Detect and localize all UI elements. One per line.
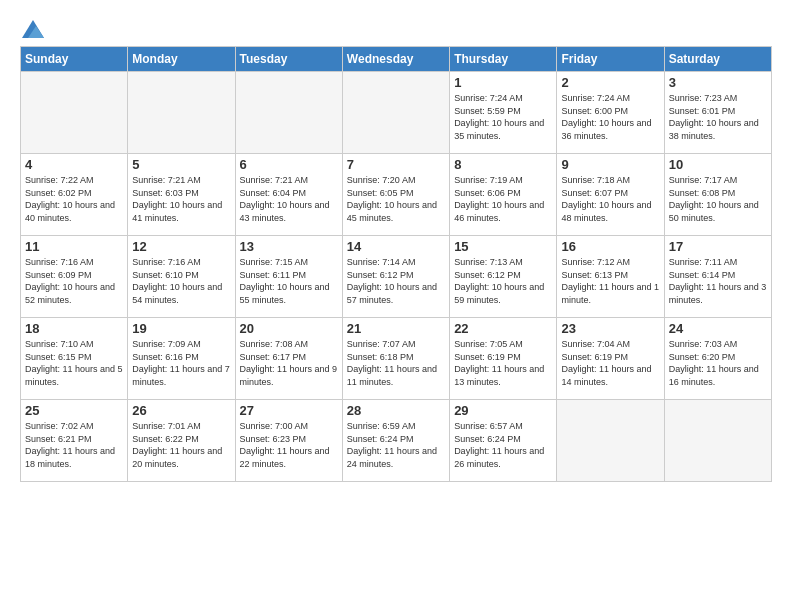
day-number: 17 bbox=[669, 239, 767, 254]
day-number: 27 bbox=[240, 403, 338, 418]
day-info: Sunrise: 7:13 AMSunset: 6:12 PMDaylight:… bbox=[454, 256, 552, 306]
day-info: Sunrise: 7:03 AMSunset: 6:20 PMDaylight:… bbox=[669, 338, 767, 388]
calendar-cell: 24Sunrise: 7:03 AMSunset: 6:20 PMDayligh… bbox=[664, 318, 771, 400]
day-number: 13 bbox=[240, 239, 338, 254]
calendar-cell: 12Sunrise: 7:16 AMSunset: 6:10 PMDayligh… bbox=[128, 236, 235, 318]
day-number: 9 bbox=[561, 157, 659, 172]
day-number: 15 bbox=[454, 239, 552, 254]
day-number: 14 bbox=[347, 239, 445, 254]
day-info: Sunrise: 7:23 AMSunset: 6:01 PMDaylight:… bbox=[669, 92, 767, 142]
day-info: Sunrise: 7:14 AMSunset: 6:12 PMDaylight:… bbox=[347, 256, 445, 306]
day-info: Sunrise: 7:16 AMSunset: 6:10 PMDaylight:… bbox=[132, 256, 230, 306]
day-number: 1 bbox=[454, 75, 552, 90]
day-number: 11 bbox=[25, 239, 123, 254]
calendar-cell bbox=[557, 400, 664, 482]
calendar-cell: 1Sunrise: 7:24 AMSunset: 5:59 PMDaylight… bbox=[450, 72, 557, 154]
calendar-cell: 8Sunrise: 7:19 AMSunset: 6:06 PMDaylight… bbox=[450, 154, 557, 236]
calendar-cell bbox=[21, 72, 128, 154]
calendar-cell: 14Sunrise: 7:14 AMSunset: 6:12 PMDayligh… bbox=[342, 236, 449, 318]
weekday-header-thursday: Thursday bbox=[450, 47, 557, 72]
calendar-cell: 28Sunrise: 6:59 AMSunset: 6:24 PMDayligh… bbox=[342, 400, 449, 482]
week-row-5: 25Sunrise: 7:02 AMSunset: 6:21 PMDayligh… bbox=[21, 400, 772, 482]
day-info: Sunrise: 7:04 AMSunset: 6:19 PMDaylight:… bbox=[561, 338, 659, 388]
day-info: Sunrise: 7:17 AMSunset: 6:08 PMDaylight:… bbox=[669, 174, 767, 224]
day-number: 20 bbox=[240, 321, 338, 336]
day-number: 2 bbox=[561, 75, 659, 90]
calendar-cell: 19Sunrise: 7:09 AMSunset: 6:16 PMDayligh… bbox=[128, 318, 235, 400]
day-number: 23 bbox=[561, 321, 659, 336]
day-info: Sunrise: 7:10 AMSunset: 6:15 PMDaylight:… bbox=[25, 338, 123, 388]
week-row-2: 4Sunrise: 7:22 AMSunset: 6:02 PMDaylight… bbox=[21, 154, 772, 236]
logo-icon bbox=[22, 20, 44, 38]
calendar-cell: 3Sunrise: 7:23 AMSunset: 6:01 PMDaylight… bbox=[664, 72, 771, 154]
day-number: 5 bbox=[132, 157, 230, 172]
day-number: 25 bbox=[25, 403, 123, 418]
calendar-cell: 20Sunrise: 7:08 AMSunset: 6:17 PMDayligh… bbox=[235, 318, 342, 400]
calendar-cell: 2Sunrise: 7:24 AMSunset: 6:00 PMDaylight… bbox=[557, 72, 664, 154]
calendar-cell: 27Sunrise: 7:00 AMSunset: 6:23 PMDayligh… bbox=[235, 400, 342, 482]
calendar-cell: 7Sunrise: 7:20 AMSunset: 6:05 PMDaylight… bbox=[342, 154, 449, 236]
calendar-cell bbox=[342, 72, 449, 154]
day-number: 4 bbox=[25, 157, 123, 172]
calendar-cell: 21Sunrise: 7:07 AMSunset: 6:18 PMDayligh… bbox=[342, 318, 449, 400]
day-number: 24 bbox=[669, 321, 767, 336]
day-info: Sunrise: 7:15 AMSunset: 6:11 PMDaylight:… bbox=[240, 256, 338, 306]
calendar-cell bbox=[664, 400, 771, 482]
weekday-header-monday: Monday bbox=[128, 47, 235, 72]
day-number: 29 bbox=[454, 403, 552, 418]
day-info: Sunrise: 7:21 AMSunset: 6:04 PMDaylight:… bbox=[240, 174, 338, 224]
header bbox=[20, 16, 772, 38]
day-info: Sunrise: 7:01 AMSunset: 6:22 PMDaylight:… bbox=[132, 420, 230, 470]
day-info: Sunrise: 7:21 AMSunset: 6:03 PMDaylight:… bbox=[132, 174, 230, 224]
day-number: 16 bbox=[561, 239, 659, 254]
day-number: 6 bbox=[240, 157, 338, 172]
calendar-cell: 4Sunrise: 7:22 AMSunset: 6:02 PMDaylight… bbox=[21, 154, 128, 236]
day-info: Sunrise: 7:11 AMSunset: 6:14 PMDaylight:… bbox=[669, 256, 767, 306]
day-info: Sunrise: 6:57 AMSunset: 6:24 PMDaylight:… bbox=[454, 420, 552, 470]
calendar-cell bbox=[128, 72, 235, 154]
day-info: Sunrise: 7:16 AMSunset: 6:09 PMDaylight:… bbox=[25, 256, 123, 306]
week-row-3: 11Sunrise: 7:16 AMSunset: 6:09 PMDayligh… bbox=[21, 236, 772, 318]
day-info: Sunrise: 7:09 AMSunset: 6:16 PMDaylight:… bbox=[132, 338, 230, 388]
day-info: Sunrise: 6:59 AMSunset: 6:24 PMDaylight:… bbox=[347, 420, 445, 470]
calendar-cell: 13Sunrise: 7:15 AMSunset: 6:11 PMDayligh… bbox=[235, 236, 342, 318]
day-info: Sunrise: 7:20 AMSunset: 6:05 PMDaylight:… bbox=[347, 174, 445, 224]
calendar-cell: 17Sunrise: 7:11 AMSunset: 6:14 PMDayligh… bbox=[664, 236, 771, 318]
calendar-cell: 26Sunrise: 7:01 AMSunset: 6:22 PMDayligh… bbox=[128, 400, 235, 482]
day-number: 26 bbox=[132, 403, 230, 418]
logo bbox=[20, 20, 44, 38]
day-info: Sunrise: 7:18 AMSunset: 6:07 PMDaylight:… bbox=[561, 174, 659, 224]
weekday-header-saturday: Saturday bbox=[664, 47, 771, 72]
day-number: 18 bbox=[25, 321, 123, 336]
day-info: Sunrise: 7:05 AMSunset: 6:19 PMDaylight:… bbox=[454, 338, 552, 388]
day-number: 8 bbox=[454, 157, 552, 172]
day-info: Sunrise: 7:24 AMSunset: 6:00 PMDaylight:… bbox=[561, 92, 659, 142]
day-number: 21 bbox=[347, 321, 445, 336]
day-info: Sunrise: 7:24 AMSunset: 5:59 PMDaylight:… bbox=[454, 92, 552, 142]
day-number: 22 bbox=[454, 321, 552, 336]
day-info: Sunrise: 7:19 AMSunset: 6:06 PMDaylight:… bbox=[454, 174, 552, 224]
day-number: 7 bbox=[347, 157, 445, 172]
calendar-cell: 18Sunrise: 7:10 AMSunset: 6:15 PMDayligh… bbox=[21, 318, 128, 400]
calendar-cell: 6Sunrise: 7:21 AMSunset: 6:04 PMDaylight… bbox=[235, 154, 342, 236]
calendar-cell: 29Sunrise: 6:57 AMSunset: 6:24 PMDayligh… bbox=[450, 400, 557, 482]
weekday-header-friday: Friday bbox=[557, 47, 664, 72]
week-row-4: 18Sunrise: 7:10 AMSunset: 6:15 PMDayligh… bbox=[21, 318, 772, 400]
week-row-1: 1Sunrise: 7:24 AMSunset: 5:59 PMDaylight… bbox=[21, 72, 772, 154]
day-info: Sunrise: 7:02 AMSunset: 6:21 PMDaylight:… bbox=[25, 420, 123, 470]
calendar-cell bbox=[235, 72, 342, 154]
day-number: 28 bbox=[347, 403, 445, 418]
day-number: 12 bbox=[132, 239, 230, 254]
calendar-cell: 10Sunrise: 7:17 AMSunset: 6:08 PMDayligh… bbox=[664, 154, 771, 236]
calendar-cell: 23Sunrise: 7:04 AMSunset: 6:19 PMDayligh… bbox=[557, 318, 664, 400]
calendar-cell: 15Sunrise: 7:13 AMSunset: 6:12 PMDayligh… bbox=[450, 236, 557, 318]
day-info: Sunrise: 7:12 AMSunset: 6:13 PMDaylight:… bbox=[561, 256, 659, 306]
weekday-header-tuesday: Tuesday bbox=[235, 47, 342, 72]
weekday-header-wednesday: Wednesday bbox=[342, 47, 449, 72]
day-info: Sunrise: 7:08 AMSunset: 6:17 PMDaylight:… bbox=[240, 338, 338, 388]
day-info: Sunrise: 7:22 AMSunset: 6:02 PMDaylight:… bbox=[25, 174, 123, 224]
calendar-cell: 11Sunrise: 7:16 AMSunset: 6:09 PMDayligh… bbox=[21, 236, 128, 318]
day-info: Sunrise: 7:07 AMSunset: 6:18 PMDaylight:… bbox=[347, 338, 445, 388]
calendar-cell: 16Sunrise: 7:12 AMSunset: 6:13 PMDayligh… bbox=[557, 236, 664, 318]
day-number: 10 bbox=[669, 157, 767, 172]
